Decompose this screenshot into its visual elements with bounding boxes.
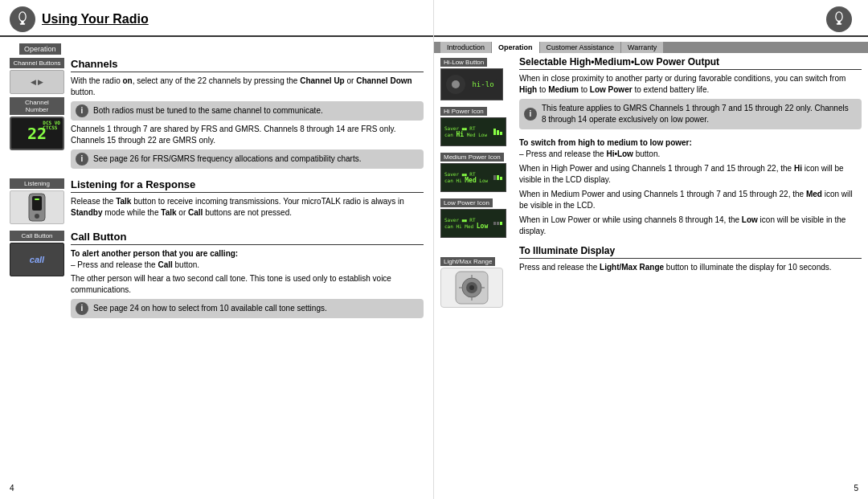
illuminate-section: To Illuminate Display Press and release …: [519, 245, 862, 273]
svg-point-13: [469, 285, 474, 290]
med-power-text: When in Medium Power and using Channels …: [519, 189, 862, 211]
medium-power-display: Saver ■■ RT can Hi Med Low: [440, 163, 506, 192]
svg-point-7: [836, 12, 842, 22]
hi-low-button-box: Hi-Low Button hi-lo: [440, 56, 513, 100]
call-button-label: Call Button: [10, 231, 64, 241]
svg-point-0: [19, 12, 26, 22]
hi-low-image: hi-lo: [440, 68, 503, 100]
illuminate-title: To Illuminate Display: [519, 245, 862, 259]
switch-title: To switch from high to medium to low pow…: [519, 137, 862, 149]
tab-operation[interactable]: Operation: [492, 42, 539, 53]
channels-info1: i Both radios must be tuned to the same …: [71, 101, 424, 121]
channels-text1: With the radio on, select any of the 22 …: [71, 76, 424, 98]
tab-warranty[interactable]: Warranty: [621, 42, 663, 53]
info-icon-2: i: [76, 153, 88, 166]
power-output-text1: When in close proximity to another party…: [519, 73, 862, 96]
hi-power-display: Saver ■■ RT can Hi Med Low: [440, 117, 506, 146]
listening-sidebar: Listening: [10, 178, 64, 224]
hi-power-box: Hi Power Icon Saver ■■ RT can Hi Med Low: [440, 105, 513, 146]
call-text3: The other person will hear a two second …: [71, 273, 424, 296]
operation-tab: Operation: [19, 43, 61, 55]
low-power-box: Low Power Icon Saver ■■ RT can Hi Med Lo…: [440, 197, 513, 238]
call-sidebar: Call Button call: [10, 231, 64, 321]
right-page-number: 5: [854, 484, 858, 493]
info-icon-1: i: [76, 104, 88, 117]
channels-section: Channel Buttons ◀ ▶ Channel Number 22 DC…: [10, 58, 424, 172]
listening-content: Listening for a Response Release the Tal…: [71, 178, 424, 224]
listening-text: Release the Talk button to receive incom…: [71, 196, 424, 219]
right-header: [434, 0, 868, 37]
tab-introduction[interactable]: Introduction: [440, 42, 491, 53]
call-button-title: Call Button: [71, 231, 424, 245]
low-power-label: Low Power Icon: [440, 198, 493, 207]
info-icon-right-1: i: [524, 108, 537, 121]
channel-buttons-label: Channel Buttons: [10, 58, 64, 68]
listening-label: Listening: [10, 178, 64, 189]
hi-power-label: Hi Power Icon: [440, 107, 487, 116]
call-button-section: Call Button call Call Button To alert an…: [10, 231, 424, 321]
power-output-section: Selectable High•Medium•Low Power Output …: [519, 56, 862, 129]
call-button-image: call: [10, 243, 64, 276]
channel-number-label: Channel Number: [10, 97, 64, 115]
channels-title: Channels: [71, 58, 424, 72]
channels-text2: Channels 1 through 7 are shared by FRS a…: [71, 124, 424, 146]
switch-section: To switch from high to medium to low pow…: [519, 137, 862, 237]
listening-section: Listening Listening for a Response Relea…: [10, 178, 424, 224]
left-content: Channel Buttons ◀ ▶ Channel Number 22 DC…: [0, 58, 433, 334]
hi-low-label: Hi-Low Button: [440, 58, 487, 67]
tab-customer-assistance[interactable]: Customer Assistance: [540, 42, 621, 53]
info-icon-3: i: [76, 302, 88, 315]
right-sidebar: Hi-Low Button hi-lo Hi Power Icon Saver …: [440, 56, 513, 313]
medium-power-label: Medium Power Icon: [440, 153, 504, 162]
right-page: Introduction Operation Customer Assistan…: [434, 0, 868, 499]
low-power-text: When in Low Power or while using channel…: [519, 215, 862, 237]
right-header-icon: [826, 6, 852, 32]
right-content: Hi-Low Button hi-lo Hi Power Icon Saver …: [434, 56, 868, 313]
medium-power-box: Medium Power Icon Saver ■■ RT can Hi Med…: [440, 151, 513, 192]
call-button-content: Call Button To alert another person that…: [71, 231, 424, 321]
svg-rect-9: [837, 23, 842, 25]
left-page: Using Your Radio Operation Channel Butto…: [0, 0, 434, 499]
svg-rect-6: [35, 198, 39, 200]
switch-text: – Press and release the Hi•Low button.: [519, 149, 862, 160]
svg-point-5: [35, 214, 39, 219]
call-text1: To alert another person that you are cal…: [71, 248, 424, 260]
low-power-display: Saver ■■ RT can Hi Med Low: [440, 209, 506, 238]
power-output-title: Selectable High•Medium•Low Power Output: [519, 56, 862, 70]
call-info: i See page 24 on how to select from 10 a…: [71, 299, 424, 318]
listening-image: [10, 190, 64, 224]
header-icon: [10, 6, 35, 32]
channel-display: 22 DCS VOCTCSS: [10, 117, 64, 150]
page-title: Using Your Radio: [42, 12, 149, 27]
left-header: Using Your Radio: [0, 0, 433, 37]
channels-content: Channels With the radio on, select any o…: [71, 58, 424, 172]
right-main: Selectable High•Medium•Low Power Output …: [513, 56, 862, 313]
svg-rect-4: [32, 196, 42, 211]
call-text2: – Press and release the Call button.: [71, 260, 424, 271]
channel-button-image: ◀ ▶: [10, 70, 64, 94]
illuminate-box: Light/Max Range: [440, 256, 513, 308]
channels-info2: i See page 26 for FRS/GMRS frequency all…: [71, 149, 424, 169]
listening-title: Listening for a Response: [71, 178, 424, 193]
right-tab-bar: Introduction Operation Customer Assistan…: [434, 42, 868, 53]
hi-power-text: When in High Power and using Channels 1 …: [519, 163, 862, 186]
illuminate-text: Press and release the Light/Max Range bu…: [519, 262, 862, 273]
channel-sidebar: Channel Buttons ◀ ▶ Channel Number 22 DC…: [10, 58, 64, 172]
left-page-number: 4: [10, 484, 14, 493]
light-max-range-label: Light/Max Range: [440, 257, 495, 266]
illuminate-image: [440, 268, 503, 308]
power-info-box: i This feature applies to GMRS Channels …: [519, 99, 862, 129]
svg-rect-2: [20, 23, 26, 25]
